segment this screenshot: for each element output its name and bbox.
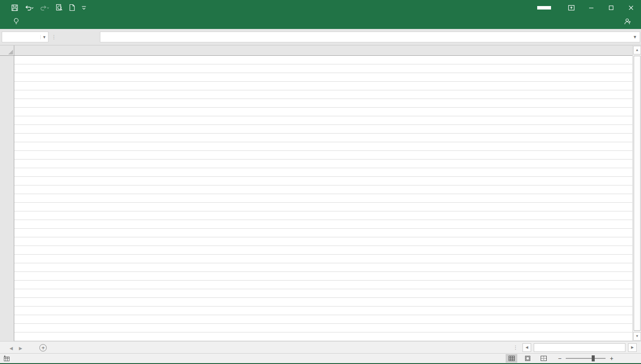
person-icon [624, 18, 631, 26]
zoom-in-icon[interactable]: + [609, 355, 614, 362]
horizontal-scrollbar[interactable]: ⋮ ◀ ▶ [513, 343, 637, 352]
zoom-slider-thumb[interactable] [592, 355, 595, 361]
worksheet-grid: ▲ ▼ [0, 45, 641, 341]
name-box-dropdown-icon[interactable]: ▼ [40, 35, 48, 39]
tell-me-box[interactable] [13, 18, 23, 26]
save-icon[interactable] [11, 4, 18, 11]
cells-area [14, 56, 632, 341]
name-box[interactable]: ▼ [2, 32, 48, 42]
formula-bar: ▼ ⋮ ▼ [0, 29, 641, 45]
sheet-prev-icon[interactable]: ◀ [10, 346, 13, 351]
scroll-down-icon[interactable]: ▼ [633, 332, 641, 341]
quick-access-toolbar [0, 4, 87, 11]
status-bar-right: − + [506, 354, 636, 363]
add-sheet-icon[interactable]: + [39, 344, 47, 351]
ribbon-tabs [0, 15, 5, 29]
zoom-control: − + [557, 355, 614, 362]
share-button[interactable] [624, 18, 634, 26]
close-icon[interactable] [621, 0, 641, 15]
row-headers [0, 56, 14, 341]
sheet-nav: ◀ ▶ [0, 346, 30, 353]
maximize-icon[interactable] [601, 0, 621, 15]
sign-in-button[interactable] [537, 6, 551, 10]
ribbon-display-options-icon[interactable] [561, 0, 581, 15]
sheet-next-icon[interactable]: ▶ [19, 346, 22, 351]
page-layout-view-icon[interactable] [522, 354, 533, 363]
customize-quick-access-icon[interactable] [81, 5, 87, 10]
lightbulb-icon [13, 18, 19, 26]
redo-icon [40, 4, 49, 11]
undo-icon[interactable] [24, 4, 34, 11]
normal-view-icon[interactable] [506, 354, 517, 363]
ribbon-tab-bar [0, 15, 641, 29]
sheet-tab-bar: ◀ ▶ + ⋮ ◀ ▶ [0, 341, 641, 353]
select-all-button[interactable] [0, 45, 14, 56]
scroll-right-icon[interactable]: ▶ [628, 343, 637, 352]
formula-bar-separator: ⋮ [48, 34, 59, 40]
page-break-preview-icon[interactable] [538, 354, 549, 363]
new-document-icon[interactable] [69, 4, 75, 11]
scroll-up-icon[interactable]: ▲ [633, 46, 641, 54]
macro-record-icon[interactable] [3, 355, 10, 361]
status-bar: − + [0, 353, 641, 363]
formula-input[interactable]: ▼ [100, 32, 640, 42]
print-preview-icon[interactable] [55, 4, 63, 11]
horizontal-scrollbar-thumb[interactable] [534, 343, 625, 352]
zoom-out-icon[interactable]: − [557, 355, 562, 362]
scroll-left-icon[interactable]: ◀ [522, 343, 531, 352]
title-bar-right [537, 0, 641, 15]
zoom-slider[interactable] [566, 358, 606, 359]
select-all-triangle-icon [8, 50, 13, 54]
title-bar [0, 0, 641, 15]
tab-splitter-handle[interactable]: ⋮ [513, 345, 520, 351]
excel-window: ▼ ⋮ ▼ ▲ ▼ ◀ ▶ + ⋮ ◀ [0, 0, 641, 364]
vertical-scrollbar-thumb[interactable] [634, 56, 641, 331]
vertical-scrollbar[interactable]: ▲ ▼ [632, 45, 641, 341]
expand-formula-bar-icon[interactable]: ▼ [630, 35, 640, 39]
minimize-icon[interactable] [581, 0, 601, 15]
column-headers [14, 45, 632, 56]
